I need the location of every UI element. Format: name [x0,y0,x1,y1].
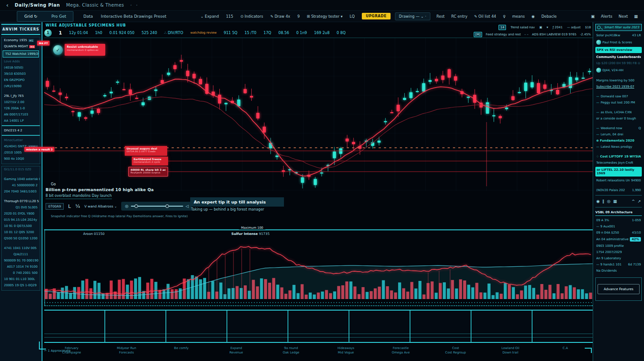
watchlist-item[interactable]: 4741 1041 110V 005 [2,245,40,251]
watchlist-item[interactable]: GI1/11.0 015 0Z0 [2,166,40,173]
sidebar-item[interactable]: —Lerum, 04 drei [595,131,642,138]
watchlist-item[interactable]: A017 1014 74 9100 [2,264,40,270]
tool-1[interactable]: 115 [226,14,233,19]
sidebar-item[interactable]: —Peggy out lost 200 PM [595,100,642,106]
tool-0[interactable]: ⌄ Expand [200,14,219,19]
mini2-1[interactable]: Feed strategy and rest [486,33,521,36]
sidebar-item[interactable]: Paul Frost & Scores [595,38,642,46]
watchlist-item[interactable]: 10 01 12 Q05 3200 [2,229,40,235]
watchlist-item[interactable]: QUANTA MIGHTM4 [2,43,40,50]
mini1-3[interactable]: ▾ [547,26,548,29]
sidebar-item[interactable]: Robert relaxations United94900 [595,177,642,184]
sidebar-item[interactable]: Up $20 (200 EH 59 99) FB ⊙ [595,60,642,66]
watchlist-item[interactable]: Q/A/2111 [2,251,40,257]
watchlist-item[interactable]: Economy 1935M1 [2,37,40,43]
right-tool-6[interactable]: Debacle [541,14,557,19]
menu-link-0[interactable]: Data [83,14,93,19]
watchlist-item[interactable]: 900009 91 70 000190 [2,257,40,264]
mini1-1[interactable]: Trend salad nav [510,26,535,29]
back-icon[interactable]: ‹ [6,2,8,8]
sidebar-item[interactable]: —Donwald saw 007 [595,93,642,100]
sidebar-item[interactable]: Community Leaderboards [595,54,642,60]
sidebar-item[interactable]: ⊕ Fundamentals 2020 [595,138,642,144]
sidebar-tool-icon-3[interactable]: ▦ [613,199,617,204]
watchlist-item[interactable]: T52 Watchlist 1999/2023 [3,50,39,58]
more-options-icon[interactable]: · · [130,2,139,8]
watchlist-item[interactable]: 900 4o 10Q0 [2,156,40,162]
symbol-logo-icon[interactable]: 1 [44,29,52,37]
drawing-mode-select[interactable]: Drawing — ⌄ · [395,12,430,20]
menu-link-1[interactable]: Interactive Beta Drawings Preset [101,14,166,19]
sidebar-item[interactable]: Telecomedies Joyn Croft [595,160,642,166]
watchlist-item[interactable]: 29L I_Jfy 7E5 [2,93,40,99]
highlighted-item[interactable]: or LIFTEL 22.10 lastly 1969 [595,167,642,177]
watchlist-item[interactable]: Gaming 1040 asterisk 0 [2,176,40,182]
watchlist-item[interactable]: 1027/LV 2.00 [2,99,40,105]
watchlist-item[interactable]: 20005 19 Q5 1-0Q29 [2,282,40,288]
slider-knob-left[interactable] [134,204,138,208]
sidebar-item[interactable]: DJ44, V24-HH [595,66,642,74]
upgrade-button[interactable]: UPGRADE [362,13,391,19]
watchlist-item[interactable]: 204 7040 3481/1003 [2,188,40,195]
watchlist-item[interactable]: 39/10 630503 [2,71,40,77]
insight-line-2[interactable]: 8 bit overblast mandolins Day launch [46,194,112,199]
watchlist-item[interactable]: (4018-5050) [2,65,40,71]
mini2-0[interactable]: [M] [474,32,483,37]
advance-features-button[interactable]: Advance Features [598,284,640,294]
mini1-4[interactable]: ƒ 2041 [552,26,563,29]
far-tool-2[interactable]: Next [619,14,628,19]
watchlist-item[interactable]: 10 901 01 L10 300L [2,276,40,282]
tool-3[interactable]: ✎ Draw 4x [270,14,290,19]
sidebar-item[interactable]: Margins lowering by 500 [595,77,642,84]
watchlist-item[interactable]: AA 14001 LP [2,118,40,124]
highlighted-item[interactable]: SPX vs RSI overview [595,47,642,53]
sidebar-tool-icon-0[interactable]: ◉ [596,199,600,204]
far-tool-3[interactable]: ▦ [634,14,638,19]
watchlist-item[interactable]: 41 500000000 2 [2,182,40,188]
sidebar-tool-icon-2[interactable]: ◎ [607,199,610,204]
right-tool-3[interactable]: ♀ [503,14,506,19]
candlestick-chart[interactable]: ✓ Resist unbreakable memorandum 0 spikes… [44,38,593,191]
right-tool-4[interactable]: means [512,14,525,19]
mini2-4[interactable]: -2.45% [580,33,591,36]
mini1-0[interactable]: 14 [498,25,506,30]
sidebar-tool-icon-1[interactable]: ‖ [602,199,605,204]
watchlist-item[interactable]: 0 740 2001 500 [2,270,40,276]
zoom-slider[interactable]: ◎ ◁ [121,202,192,211]
sidebar-item[interactable]: ♢ Cost LIFTOFF 19 WYSIA [595,154,642,160]
watchlist-item[interactable]: Y26 200A 1-0 [2,105,40,111]
sidebar-item[interactable]: —Latest News prodigy [595,144,642,150]
sidebar-collapse-icon-1[interactable]: ↗ [637,199,641,204]
watchlist-item[interactable]: DIV/215 4 2 [2,127,40,134]
tool-5[interactable]: ⊞ Strategy tester ▾ [307,14,343,19]
watchlist-item[interactable]: Q1 0V0 5L005 [2,204,40,211]
sidebar-item[interactable]: or a conside over 0 tough [595,115,642,122]
price-level-box[interactable]: Unusual augurs deal09704.80 2.0977 Evade [125,146,167,156]
mini1-5[interactable]: — adjust [567,26,581,29]
right-tool-1[interactable]: RC entry [451,14,468,19]
tool-6[interactable]: LQ [350,14,355,19]
watchlist-item[interactable]: Minor/Letter [2,137,40,143]
expert-tip-banner[interactable]: An expert tip it up till analysis [190,197,284,207]
indicator-search[interactable]: Smart filter suite 2023 [595,24,642,31]
line-tool-icon[interactable]: L [68,204,71,209]
sidebar-item[interactable]: Subscribe 2023 1939-07 [595,84,642,90]
right-tool-0[interactable]: Rest [437,14,445,19]
watchlist-item[interactable]: 2020 01 0YOL Y800 [2,211,40,217]
tab-1[interactable]: Pro Get [44,12,73,21]
slider-knob-right[interactable] [165,204,169,208]
watchlist-item[interactable]: Love Adds [2,58,40,65]
sidebar-level-badge[interactable]: mission a result 2 [24,147,54,152]
sidebar-item[interactable]: (NOV20 Palais 2021,990 [595,187,642,193]
range-input[interactable]: 0700A9 [46,203,64,210]
tab-0[interactable]: Grid ↻ [17,12,44,21]
slider-track[interactable] [131,206,183,207]
watchlist-item[interactable]: Q500 50 Q1050 1200 [2,235,40,242]
sidebar-item[interactable]: —Weekend nowQ [595,125,642,131]
sidebar-item[interactable]: Solar pv/418kw43 LR [595,32,642,38]
oscillator-panel[interactable] [44,229,593,305]
right-tool-5[interactable]: ◉ [532,14,535,19]
timeline-grid[interactable] [44,310,593,343]
watchlist-item[interactable]: 10 91 0 Q07/L500 [2,223,40,229]
indicator-dropdown[interactable]: V wand Albatross ⌄ [84,204,117,208]
